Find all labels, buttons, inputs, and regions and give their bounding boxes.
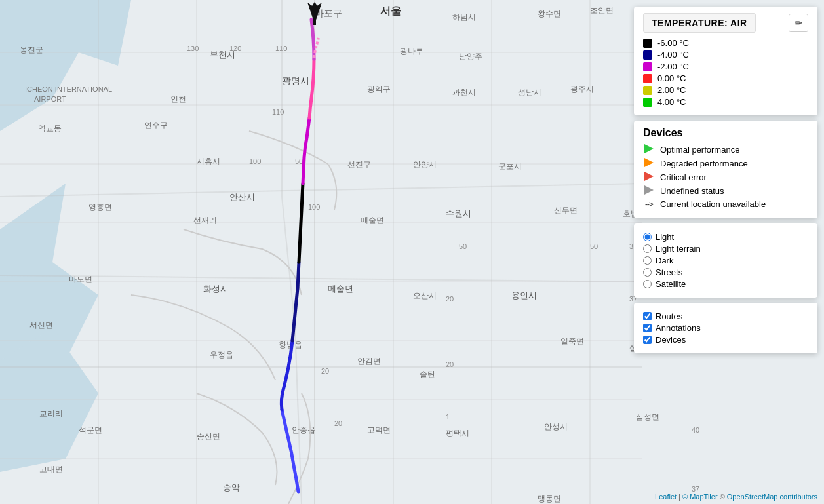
- temp-label: -4.00 °C: [657, 50, 689, 60]
- svg-text:옹진군: 옹진군: [20, 45, 43, 54]
- svg-text:고대면: 고대면: [39, 465, 63, 474]
- checkbox-input-annotations[interactable]: [643, 324, 652, 332]
- map-style-dark[interactable]: Dark: [643, 256, 808, 265]
- device-status-icon: [643, 144, 655, 155]
- svg-text:하남시: 하남시: [452, 12, 476, 22]
- svg-text:50: 50: [590, 242, 598, 250]
- svg-text:신두면: 신두면: [554, 206, 578, 215]
- svg-text:수원시: 수원시: [446, 208, 471, 218]
- temperature-items: -6.00 °C -4.00 °C -2.00 °C 0.00 °C 2.00 …: [643, 38, 808, 107]
- temperature-title: TEMPERATURE: AIR: [643, 13, 756, 33]
- device-status-icon: [643, 158, 655, 169]
- svg-text:연수구: 연수구: [144, 121, 168, 130]
- map-style-label-dark: Dark: [656, 256, 673, 265]
- svg-text:고덕면: 고덕면: [367, 425, 391, 435]
- temp-label: 2.00 °C: [657, 85, 686, 95]
- map-style-radio-light-terrain[interactable]: [643, 244, 652, 253]
- maptiler-link[interactable]: © MapTiler: [682, 493, 718, 501]
- layer-checkbox-devices[interactable]: Devices: [643, 335, 808, 345]
- svg-text:맹동면: 맹동면: [538, 494, 561, 503]
- devices-title: Devices: [643, 127, 808, 139]
- temperature-item: 0.00 °C: [643, 73, 808, 83]
- edit-temperature-button[interactable]: ✏: [789, 14, 808, 32]
- layer-checkbox-annotations[interactable]: Annotations: [643, 323, 808, 333]
- svg-text:조안면: 조안면: [590, 6, 614, 15]
- checkbox-input-routes[interactable]: [643, 312, 652, 320]
- map-style-satellite[interactable]: Satellite: [643, 279, 808, 289]
- layer-checkboxes-panel: Routes Annotations Devices: [634, 303, 817, 353]
- device-item: --> Current location unavailable: [643, 199, 808, 209]
- svg-text:안성시: 안성시: [544, 422, 568, 431]
- svg-marker-93: [644, 185, 654, 195]
- sep2: ©: [718, 493, 727, 501]
- svg-text:역교동: 역교동: [38, 124, 62, 133]
- svg-marker-91: [644, 158, 654, 167]
- device-label: Optimal performance: [660, 145, 739, 155]
- temp-label: 0.00 °C: [657, 73, 686, 83]
- map-container[interactable]: 마포구 서울 하남시 왕수면 조안면 옹진군 부천시 광나루 남양주 ICHEO…: [0, 0, 824, 504]
- device-label: Undefined status: [660, 186, 724, 196]
- svg-text:화성시: 화성시: [203, 284, 229, 294]
- svg-text:1: 1: [446, 413, 450, 421]
- svg-text:AIRPORT: AIRPORT: [34, 95, 66, 103]
- layer-checkbox-routes[interactable]: Routes: [643, 311, 808, 321]
- temperature-legend: TEMPERATURE: AIR ✏ -6.00 °C -4.00 °C -2.…: [634, 7, 817, 115]
- map-style-options: Light Light terrain Dark Streets Satelli…: [643, 232, 808, 289]
- map-style-light-terrain[interactable]: Light terrain: [643, 244, 808, 254]
- temperature-item: -6.00 °C: [643, 38, 808, 48]
- temp-color-swatch: [643, 50, 652, 60]
- map-style-label-satellite: Satellite: [656, 279, 686, 289]
- map-style-label-streets: Streets: [656, 267, 682, 277]
- device-item: Critical error: [643, 172, 808, 183]
- svg-text:120: 120: [229, 45, 241, 52]
- map-style-streets[interactable]: Streets: [643, 267, 808, 277]
- svg-text:군포시: 군포시: [498, 162, 522, 171]
- svg-text:메술면: 메술면: [361, 216, 384, 225]
- map-style-radio-streets[interactable]: [643, 268, 652, 277]
- svg-text:일죽면: 일죽면: [560, 337, 584, 346]
- svg-text:과천시: 과천시: [452, 88, 476, 97]
- svg-text:광나루: 광나루: [400, 47, 423, 56]
- svg-text:100: 100: [249, 157, 261, 165]
- temp-label: -6.00 °C: [657, 38, 689, 48]
- svg-text:20: 20: [321, 367, 329, 375]
- temp-label: -2.00 °C: [657, 62, 689, 71]
- svg-text:50: 50: [459, 242, 467, 250]
- temp-label: 4.00 °C: [657, 97, 686, 107]
- temp-color-swatch: [643, 39, 652, 48]
- map-style-radio-dark[interactable]: [643, 256, 652, 265]
- device-item: Degraded performance: [643, 158, 808, 169]
- svg-text:영흥면: 영흥면: [88, 203, 112, 212]
- svg-text:시흥시: 시흥시: [197, 157, 220, 166]
- temp-color-swatch: [643, 74, 652, 83]
- map-style-radio-satellite[interactable]: [643, 280, 652, 288]
- checkbox-label-annotations: Annotations: [656, 323, 701, 333]
- osm-link[interactable]: OpenStreetMap contributors: [727, 493, 817, 501]
- map-style-radio-light[interactable]: [643, 233, 652, 241]
- svg-text:안중읍: 안중읍: [292, 425, 315, 435]
- svg-text:40: 40: [692, 426, 699, 434]
- map-style-label-light: Light: [656, 232, 674, 242]
- map-attribution: Leaflet | © MapTiler © OpenStreetMap con…: [655, 493, 817, 501]
- temp-color-swatch: [643, 86, 652, 95]
- svg-text:메술면: 메술면: [328, 284, 353, 294]
- svg-marker-92: [644, 172, 654, 181]
- temp-color-swatch: [643, 98, 652, 107]
- svg-text:송악: 송악: [223, 482, 240, 492]
- checkbox-input-devices[interactable]: [643, 336, 652, 344]
- device-label: Critical error: [660, 172, 707, 182]
- map-style-light[interactable]: Light: [643, 232, 808, 242]
- sep1: |: [677, 493, 682, 501]
- leaflet-link[interactable]: Leaflet: [655, 493, 677, 501]
- svg-text:삼성면: 삼성면: [636, 412, 659, 421]
- svg-text:왕수면: 왕수면: [538, 9, 561, 18]
- devices-legend: Devices Optimal performance Degraded per…: [634, 121, 817, 218]
- svg-text:안감면: 안감면: [357, 357, 381, 366]
- svg-text:우정읍: 우정읍: [210, 350, 233, 359]
- svg-text:평택시: 평택시: [446, 429, 469, 438]
- svg-text:안산시: 안산시: [229, 192, 255, 202]
- svg-text:오산시: 오산시: [413, 291, 437, 300]
- svg-text:선진구: 선진구: [347, 160, 371, 169]
- svg-text:인천: 인천: [170, 94, 186, 104]
- svg-text:50: 50: [295, 157, 303, 165]
